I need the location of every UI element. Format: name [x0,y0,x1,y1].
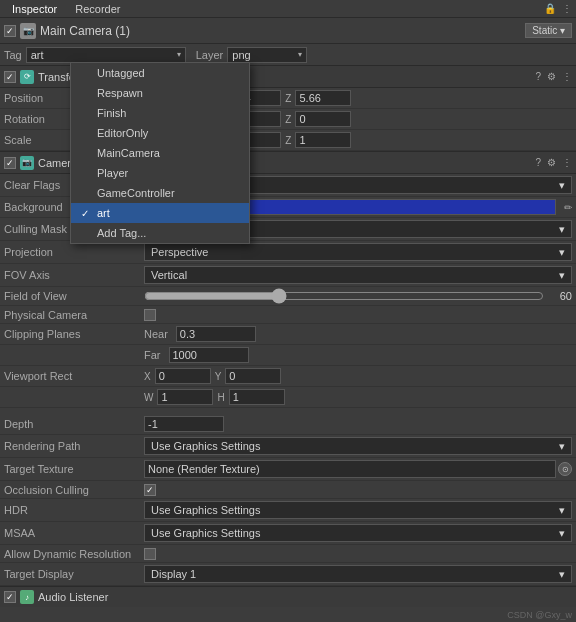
object-active-checkbox[interactable] [4,25,16,37]
occlusion-culling-row: Occlusion Culling [0,481,576,499]
fov-axis-value: Vertical ▾ [144,266,572,284]
transform-menu-icon[interactable]: ⋮ [562,71,572,82]
viewport-x-label: X [144,371,151,382]
fov-axis-arrow: ▾ [559,269,565,282]
check-icon-untagged [81,68,91,79]
viewport-y-input[interactable] [225,368,281,384]
check-icon-respawn [81,88,91,99]
hdr-text: Use Graphics Settings [151,504,260,516]
target-texture-select-icon[interactable]: ⊙ [558,462,572,476]
msaa-row: MSAA Use Graphics Settings ▾ [0,522,576,545]
far-input[interactable] [169,347,249,363]
clipping-near-value: Near [144,326,572,342]
far-label: Far [144,349,161,361]
audio-listener-checkbox[interactable] [4,591,16,603]
allow-dynamic-checkbox[interactable] [144,548,156,560]
msaa-dropdown[interactable]: Use Graphics Settings ▾ [144,524,572,542]
tag-option-untagged[interactable]: Untagged [71,63,249,83]
hdr-value: Use Graphics Settings ▾ [144,501,572,519]
tag-option-editoronly[interactable]: EditorOnly [71,123,249,143]
layer-dropdown[interactable]: png ▾ [227,47,307,63]
check-icon-maincamera [81,148,91,159]
fov-label: Field of View [4,290,144,302]
depth-input[interactable] [144,416,224,432]
background-edit-icon[interactable]: ✏ [564,202,572,213]
target-display-dropdown[interactable]: Display 1 ▾ [144,565,572,583]
allow-dynamic-label: Allow Dynamic Resolution [4,548,144,560]
tag-option-add[interactable]: Add Tag... [71,223,249,243]
depth-label: Depth [4,418,144,430]
msaa-text: Use Graphics Settings [151,527,260,539]
tag-dropdown[interactable]: art ▾ [26,47,186,63]
tag-option-add-label: Add Tag... [97,227,146,239]
camera-menu-icon[interactable]: ⋮ [562,157,572,168]
transform-help-icon[interactable]: ? [535,71,541,82]
fov-axis-dropdown[interactable]: Vertical ▾ [144,266,572,284]
tag-option-finish-label: Finish [97,107,126,119]
static-button[interactable]: Static ▾ [525,23,572,38]
depth-value [144,416,572,432]
tag-label: Tag [4,49,22,61]
rendering-path-label: Rendering Path [4,440,144,452]
check-icon-add [81,228,91,239]
lock-icon[interactable]: 🔒 [544,3,556,14]
hdr-dropdown[interactable]: Use Graphics Settings ▾ [144,501,572,519]
fov-value: 60 [144,289,572,303]
camera-icon: 📷 [20,23,36,39]
scale-z-input[interactable] [295,132,351,148]
menu-icon[interactable]: ⋮ [562,3,572,14]
physical-camera-value [144,309,572,321]
occlusion-culling-checkbox[interactable] [144,484,156,496]
pos-z-input[interactable] [295,90,351,106]
fov-slider[interactable] [144,289,544,303]
rendering-path-arrow: ▾ [559,440,565,453]
tag-option-art[interactable]: ✓ art [71,203,249,223]
allow-dynamic-value [144,548,572,560]
camera-checkbox[interactable] [4,157,16,169]
pos-z-label: Z [285,93,291,104]
fov-row: Field of View 60 [0,287,576,306]
object-name: Main Camera (1) [40,24,525,38]
audio-listener-row: ♪ Audio Listener [0,587,576,607]
tab-inspector[interactable]: Inspector [4,1,65,17]
transform-settings-icon[interactable]: ⚙ [547,71,556,82]
camera-help-icon[interactable]: ? [535,157,541,168]
rendering-path-row: Rendering Path Use Graphics Settings ▾ [0,435,576,458]
physical-camera-checkbox[interactable] [144,309,156,321]
layer-chevron-icon: ▾ [298,50,302,59]
projection-dropdown[interactable]: Perspective ▾ [144,243,572,261]
near-input[interactable] [176,326,256,342]
target-display-arrow: ▾ [559,568,565,581]
transform-actions: ? ⚙ ⋮ [535,71,572,82]
projection-value: Perspective ▾ [144,243,572,261]
projection-label: Projection [4,246,144,258]
camera-actions: ? ⚙ ⋮ [535,157,572,168]
clipping-planes-label: Clipping Planes [4,328,144,340]
physical-camera-label: Physical Camera [4,309,144,321]
rendering-path-dropdown[interactable]: Use Graphics Settings ▾ [144,437,572,455]
watermark: CSDN @Gxy_w [507,610,572,620]
tag-option-maincamera[interactable]: MainCamera [71,143,249,163]
viewport-x-input[interactable] [155,368,211,384]
tag-option-finish[interactable]: Finish [71,103,249,123]
tag-dropdown-menu: Untagged Respawn Finish EditorOnly MainC… [70,62,250,244]
viewport-w-input[interactable] [157,389,213,405]
transform-checkbox[interactable] [4,71,16,83]
projection-arrow: ▾ [559,246,565,259]
camera-settings-icon[interactable]: ⚙ [547,157,556,168]
viewport-wh-row: W H [0,387,576,408]
msaa-label: MSAA [4,527,144,539]
clipping-planes-row: Clipping Planes Near [0,324,576,345]
rot-z-input[interactable] [295,111,351,127]
check-icon-art: ✓ [81,208,91,219]
tag-option-gamecontroller[interactable]: GameController [71,183,249,203]
hdr-label: HDR [4,504,144,516]
rot-z-label: Z [285,114,291,125]
tag-option-player[interactable]: Player [71,163,249,183]
viewport-h-input[interactable] [229,389,285,405]
tag-option-respawn[interactable]: Respawn [71,83,249,103]
target-display-value: Display 1 ▾ [144,565,572,583]
clipping-far-row: Far [0,345,576,366]
tab-recorder[interactable]: Recorder [67,1,128,17]
scale-z-label: Z [285,135,291,146]
